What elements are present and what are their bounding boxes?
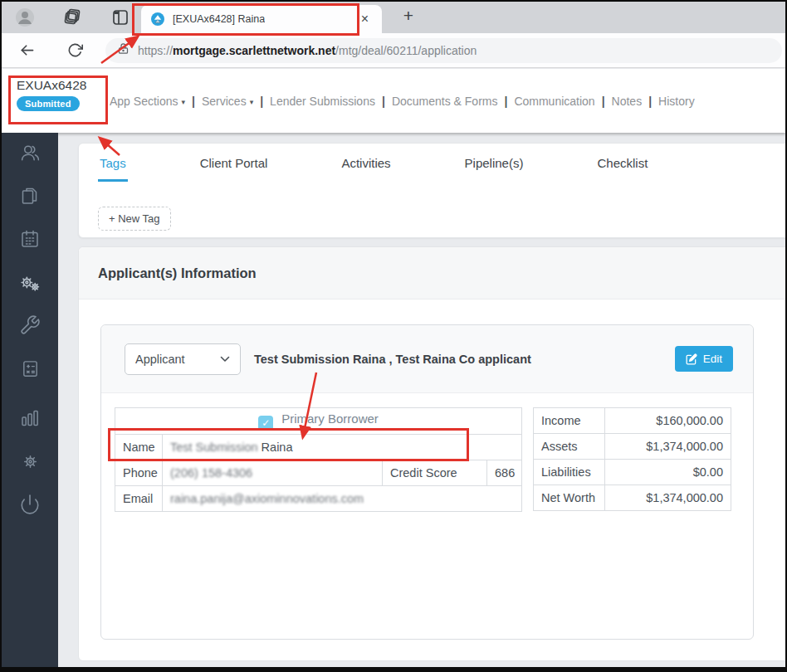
back-icon[interactable] [14,38,39,63]
vertical-tabs-icon[interactable] [109,6,132,29]
section-title: Applicant(s) Information [98,265,257,281]
documents-icon [19,185,41,207]
app-header: EXUAx6428 Submitted App Sections▾ | Serv… [2,69,785,133]
applicant-section-card: Applicant(s) Information Applicant Test … [78,246,787,661]
email-label: Email [115,486,163,512]
credit-score-value: 686 [487,460,522,486]
url-text: https://mortgage.scarlettnetwork.net/mtg… [138,44,477,57]
section-header: Applicant(s) Information [79,247,787,299]
deal-summary: EXUAx6428 Submitted [17,78,86,111]
status-badge: Submitted [17,96,80,111]
nav-separator: | [648,95,652,108]
browser-window: [EXUAx6428] Raina × + https://mortgage.s… [0,0,787,672]
close-tab-icon[interactable]: × [358,11,372,27]
edit-pencil-icon [686,353,697,365]
tab-title: [EXUAx6428] Raina [173,13,265,25]
nav-item-notes[interactable]: Notes [612,95,643,108]
profile-avatar[interactable] [13,6,37,29]
table-row: ✓Primary Borrower [115,408,522,435]
chevron-down-icon [220,356,230,363]
nav-separator: | [192,95,195,108]
nav-item-services[interactable]: Services▾ [202,95,253,108]
tab-checklist[interactable]: Checklist [595,144,649,182]
new-tab-button[interactable]: + [397,4,420,27]
name-value: Test Submission Raina [163,435,522,460]
nav-separator: | [260,95,263,108]
nav-item-app-sections[interactable]: App Sections▾ [110,95,185,108]
applicant-names: Test Submission Raina , Test Raina Co ap… [254,353,531,366]
gear-icon [19,450,42,473]
phone-value: (206) 158-4306 [163,460,383,486]
browser-toolbar: https://mortgage.scarlettnetwork.net/mtg… [2,33,785,68]
assets-label: Assets [534,434,605,460]
left-sidebar [2,133,58,667]
calculator-icon [20,358,41,379]
liabilities-label: Liabilities [534,460,605,485]
gears-icon [19,271,42,294]
table-row: Name Test Submission Raina [115,435,522,460]
url-path: /mtg/deal/60211/application [335,44,477,57]
edit-button[interactable]: Edit [675,346,733,372]
app-main-nav: App Sections▾ | Services▾ | Lender Submi… [110,69,785,133]
site-favicon-icon [151,12,164,26]
sidebar-item-services[interactable] [13,265,46,299]
deal-tabs: Tags Client Portal Activities Pipeline(s… [79,144,787,182]
wrench-icon [19,314,41,336]
sidebar-item-documents[interactable] [13,179,46,212]
applicant-card: Applicant Test Submission Raina , Test R… [100,324,754,640]
bar-chart-icon [19,407,41,429]
tab-pipelines[interactable]: Pipeline(s) [463,144,525,182]
networth-value: $1,374,000.00 [605,485,731,511]
nav-separator: | [382,95,385,108]
sidebar-item-calculator[interactable] [13,352,46,385]
browser-tab[interactable]: [EXUAx6428] Raina × [141,5,382,33]
table-row: Phone (206) 158-4306 Credit Score 686 [115,460,522,486]
users-icon [19,142,42,164]
primary-borrower-checkbox[interactable]: ✓ [258,416,273,431]
table-row: Liabilities $0.00 [534,460,731,485]
refresh-icon[interactable] [62,38,87,63]
name-label: Name [115,435,163,460]
sidebar-item-contacts[interactable] [13,136,46,169]
sidebar-item-settings[interactable] [13,445,46,478]
borrower-details-table: ✓Primary Borrower Name Test Submission R… [115,407,522,512]
deal-id: EXUAx6428 [17,78,86,93]
table-row: Income $160,000.00 [534,408,731,434]
financial-summary-table: Income $160,000.00 Assets $1,374,000.00 … [533,407,731,511]
sidebar-item-calendar[interactable] [13,222,46,256]
credit-score-label: Credit Score [383,460,487,486]
applicant-selector[interactable]: Applicant [125,343,241,375]
deal-tabs-card: Tags Client Portal Activities Pipeline(s… [78,143,787,238]
nav-item-documents-forms[interactable]: Documents & Forms [392,95,498,108]
workspaces-icon[interactable] [61,6,85,29]
email-value: raina.panija@axiominnovations.com [163,486,522,512]
power-icon [19,494,41,515]
nav-item-communication[interactable]: Communication [514,95,594,108]
income-label: Income [534,408,605,434]
sidebar-item-logout[interactable] [13,488,46,521]
nav-item-history[interactable]: History [658,95,695,108]
browser-tab-strip: [EXUAx6428] Raina × + [2,2,785,33]
assets-value: $1,374,000.00 [605,434,731,460]
tab-client-portal[interactable]: Client Portal [198,144,270,182]
nav-separator: | [602,95,605,108]
applicant-card-header: Applicant Test Submission Raina , Test R… [101,325,753,393]
calendar-icon [19,228,41,250]
income-value: $160,000.00 [605,408,731,434]
liabilities-value: $0.00 [605,460,731,485]
table-row: Net Worth $1,374,000.00 [534,485,731,511]
table-row: Email raina.panija@axiominnovations.com [115,486,522,512]
sidebar-item-reports[interactable] [13,402,46,435]
networth-label: Net Worth [534,485,605,511]
new-tag-button[interactable]: + New Tag [98,207,171,231]
caret-down-icon: ▾ [250,98,254,106]
url-scheme: https:// [138,44,173,57]
tab-activities[interactable]: Activities [340,144,392,182]
address-bar[interactable]: https://mortgage.scarlettnetwork.net/mtg… [105,38,782,63]
sidebar-item-tools[interactable] [13,309,46,342]
table-row: Assets $1,374,000.00 [534,434,731,460]
tab-tags[interactable]: Tags [98,144,128,182]
lock-icon[interactable] [117,42,130,58]
nav-item-lender-submissions[interactable]: Lender Submissions [270,95,375,108]
caret-down-icon: ▾ [182,98,186,106]
